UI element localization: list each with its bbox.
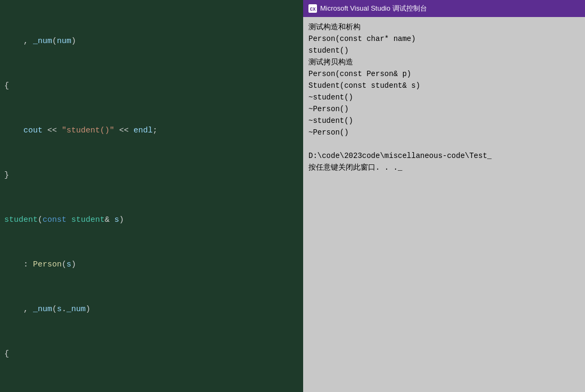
console-line: Student(const student& s) xyxy=(308,80,580,91)
console-line: 测试构造和析构 xyxy=(308,21,580,33)
console-title: Microsoft Visual Studio 调试控制台 xyxy=(320,4,427,13)
code-line: , _num(s._num) xyxy=(0,302,303,317)
console-line: Person(const Person& p) xyxy=(308,68,580,80)
code-content: , _num(num) { cout << "student()" << end… xyxy=(0,0,303,392)
console-line: Person(const char* name) xyxy=(308,33,580,45)
code-editor-panel: , _num(num) { cout << "student()" << end… xyxy=(0,0,303,392)
code-line: cout << "student()" << endl; xyxy=(0,123,303,138)
code-line: } xyxy=(0,168,303,183)
debug-console-panel: cx Microsoft Visual Studio 调试控制台 测试构造和析构… xyxy=(303,0,585,392)
console-line: 测试拷贝构造 xyxy=(308,56,580,68)
code-line: { xyxy=(0,79,303,94)
console-line xyxy=(308,138,580,150)
console-line: D:\code\2023code\miscellaneous-code\Test… xyxy=(308,150,580,162)
code-line: { xyxy=(0,347,303,362)
console-titlebar: cx Microsoft Visual Studio 调试控制台 xyxy=(303,0,585,17)
console-line: ~Person() xyxy=(308,127,580,138)
console-line: student() xyxy=(308,45,580,56)
code-line: student(const student& s) xyxy=(0,213,303,228)
console-line: ~student() xyxy=(308,115,580,127)
code-line: : Person(s) xyxy=(0,257,303,272)
console-line: 按任意键关闭此窗口. . ._ xyxy=(308,162,580,173)
console-body: 测试构造和析构 Person(const char* name) student… xyxy=(303,17,585,392)
code-line: , _num(num) xyxy=(0,34,303,49)
console-line: ~Person() xyxy=(308,103,580,115)
vs-icon: cx xyxy=(308,4,317,13)
console-line: ~student() xyxy=(308,91,580,103)
